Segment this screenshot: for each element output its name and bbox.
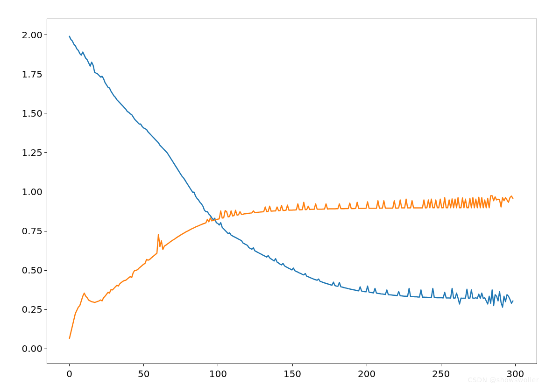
y-tick-label: 0.25 bbox=[21, 304, 43, 315]
y-tick-mark bbox=[44, 270, 47, 271]
y-tick-mark bbox=[44, 152, 47, 153]
series-line-loss bbox=[70, 36, 513, 307]
x-tick-mark bbox=[69, 364, 70, 366]
x-tick-label: 300 bbox=[506, 368, 524, 379]
y-tick-label: 0.50 bbox=[21, 265, 43, 276]
x-tick-mark bbox=[292, 364, 293, 366]
x-tick-label: 100 bbox=[209, 368, 227, 379]
y-tick-label: 1.50 bbox=[21, 108, 43, 119]
watermark-text: CSDN @showswoller bbox=[468, 376, 539, 384]
x-tick-mark bbox=[367, 364, 367, 366]
y-tick-mark bbox=[44, 231, 47, 231]
x-tick-label: 150 bbox=[284, 368, 301, 379]
x-tick-mark bbox=[143, 364, 144, 366]
x-tick-mark bbox=[515, 364, 516, 366]
y-tick-mark bbox=[44, 74, 47, 74]
x-tick-label: 0 bbox=[66, 368, 72, 379]
y-tick-mark bbox=[44, 113, 47, 113]
y-tick-label: 2.00 bbox=[21, 29, 43, 41]
plot-area: 0.000.250.500.751.001.251.501.752.000501… bbox=[47, 19, 537, 364]
x-tick-label: 250 bbox=[432, 368, 450, 379]
chart-lines bbox=[47, 19, 537, 364]
series-line-accuracy bbox=[70, 196, 513, 338]
chart-figure: 0.000.250.500.751.001.251.501.752.000501… bbox=[0, 0, 553, 392]
y-tick-label: 1.75 bbox=[21, 69, 43, 80]
x-tick-label: 200 bbox=[358, 368, 376, 379]
y-tick-mark bbox=[44, 192, 47, 192]
y-tick-label: 1.25 bbox=[21, 147, 43, 158]
y-tick-mark bbox=[44, 309, 47, 310]
y-tick-mark bbox=[44, 349, 47, 349]
y-tick-label: 1.00 bbox=[21, 186, 43, 197]
y-tick-label: 0.75 bbox=[21, 225, 43, 237]
x-tick-mark bbox=[218, 364, 218, 366]
x-tick-mark bbox=[441, 364, 441, 366]
y-tick-mark bbox=[44, 35, 47, 35]
y-tick-label: 0.00 bbox=[21, 343, 43, 354]
x-tick-label: 50 bbox=[138, 368, 149, 379]
